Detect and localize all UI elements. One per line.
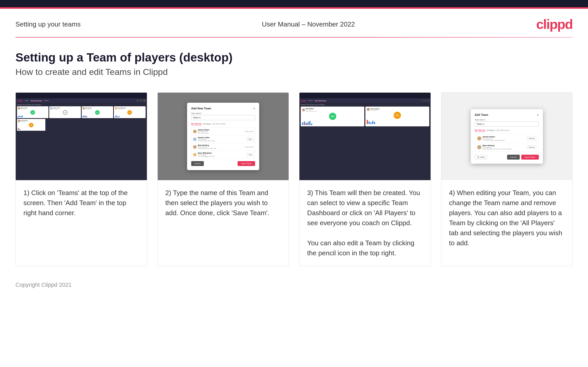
step-3-screenshot: clippd Teams My Performance Finding 5 ou… <box>299 93 431 180</box>
edit-list-item: Adrian Player Plus Handicap The Shire Lo… <box>475 134 539 143</box>
add-new-team-modal: Add New Team ✕ Team Name * Team A My Tea… <box>187 103 259 170</box>
step-2-screenshot: Add New Team ✕ Team Name * Team A My Tea… <box>158 93 289 180</box>
modal-tabs: My Team (2) All Players Filter by name <box>191 122 255 125</box>
tab-all-players[interactable]: All Players <box>203 123 212 125</box>
team-name-input[interactable]: Team A <box>191 115 255 120</box>
list-item: Blair McHarg Plus Handicap Royal North D… <box>191 143 255 151</box>
edit-save-team-button[interactable]: Save Team <box>521 155 539 160</box>
step-1-text: 1) Click on 'Teams' at the top of the sc… <box>16 180 147 266</box>
edit-modal-tabs: My Team (2) All Players Filter by name <box>475 129 539 132</box>
edit-team-modal: Edit Team ✕ Team Name * Team A My Team (… <box>471 109 543 164</box>
add-player-button[interactable]: Add <box>247 138 253 141</box>
tab-my-team[interactable]: My Team (2) <box>191 122 201 125</box>
cancel-button[interactable]: Cancel <box>191 161 204 166</box>
edit-cancel-button[interactable]: Cancel <box>507 155 520 160</box>
save-team-button[interactable]: Save Team <box>238 161 255 166</box>
player-added-label: Player Added <box>245 146 253 148</box>
list-item: Adrian Coliba 1.5 Handicap Central Londo… <box>191 135 255 143</box>
trash-icon: 🗑 <box>477 156 479 158</box>
page-subtitle: How to create and edit Teams in Clippd <box>15 67 573 77</box>
edit-list-item-2: Blair McHarg Plus Handicap Royal North D… <box>475 143 539 151</box>
step-3-card: clippd Teams My Performance Finding 5 ou… <box>299 92 431 266</box>
clippd-logo: clippd <box>536 16 573 32</box>
step-1-card: clippd Home My Performance Teams Finding… <box>15 92 147 266</box>
edit-modal-footer: 🗑 Delete Cancel Save Team <box>475 155 539 160</box>
edit-modal-close-icon[interactable]: ✕ <box>537 113 539 116</box>
step-4-screenshot: Edit Team ✕ Team Name * Team A My Team (… <box>441 93 573 180</box>
top-bar <box>0 0 588 7</box>
player-added-label: Player Added <box>245 131 253 132</box>
remove-player-button[interactable]: Remove <box>527 137 536 140</box>
steps-grid: clippd Home My Performance Teams Finding… <box>15 92 573 266</box>
header: Setting up your teams User Manual – Nove… <box>0 9 588 37</box>
copyright-text: Copyright Clippd 2021 <box>15 282 72 288</box>
edit-tab-all-players[interactable]: All Players <box>487 129 495 132</box>
header-section-label: Setting up your teams <box>15 20 81 28</box>
modal-close-icon[interactable]: ✕ <box>253 107 255 110</box>
step-3-text: 3) This Team will then be created. You c… <box>299 180 431 266</box>
edit-filter-by-name: Filter by name <box>497 129 509 131</box>
add-player-button-2[interactable]: Add <box>247 153 253 156</box>
remove-player-button-2[interactable]: Remove <box>527 146 536 149</box>
modal-title: Add New Team <box>191 107 211 110</box>
list-item: Adrian Player Plus Handicap The Shire Lo… <box>191 128 255 135</box>
step-2-card: Add New Team ✕ Team Name * Team A My Tea… <box>157 92 289 266</box>
list-item: Dave Billingham 1.5 Handicap The Dog Mag… <box>191 151 255 158</box>
page-footer: Copyright Clippd 2021 <box>0 276 588 293</box>
delete-button[interactable]: 🗑 Delete <box>475 155 487 159</box>
step-1-screenshot: clippd Home My Performance Teams Finding… <box>16 93 147 180</box>
edit-tab-my-team[interactable]: My Team (2) <box>475 129 485 132</box>
edit-team-name-input[interactable]: Team A <box>475 121 539 127</box>
team-name-label: Team Name * <box>191 112 255 114</box>
step-4-card: Edit Team ✕ Team Name * Team A My Team (… <box>441 92 573 266</box>
filter-by-name: Filter by name <box>213 123 226 125</box>
page-content: Setting up a Team of players (desktop) H… <box>0 38 588 276</box>
header-manual-label: User Manual – November 2022 <box>262 20 355 28</box>
edit-modal-title: Edit Team <box>475 113 488 116</box>
edit-team-name-label: Team Name * <box>475 119 539 121</box>
player-list: Adrian Player Plus Handicap The Shire Lo… <box>191 127 255 159</box>
step-4-text: 4) When editing your Team, you can chang… <box>441 180 573 266</box>
step-2-text: 2) Type the name of this Team and then s… <box>158 180 289 266</box>
modal-footer: Cancel Save Team <box>191 161 255 166</box>
page-title: Setting up a Team of players (desktop) <box>15 50 573 64</box>
